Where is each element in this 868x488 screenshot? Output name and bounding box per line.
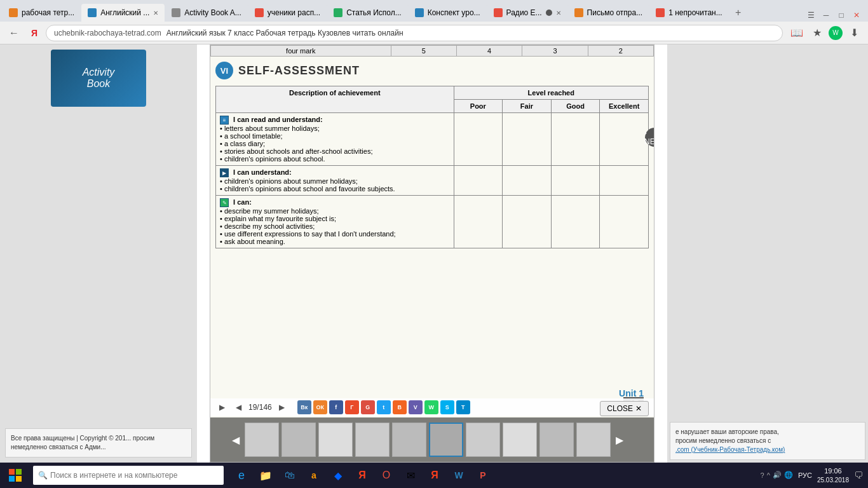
store-icon[interactable]: 🛍 (280, 465, 300, 485)
new-tab-button[interactable]: + (729, 4, 747, 22)
word-icon[interactable]: W (449, 465, 469, 485)
thumb-5[interactable] (392, 423, 426, 457)
score-4: 4 (456, 46, 522, 57)
tray-icon-2: ^ (767, 471, 770, 479)
tab-label-3: Activity Book A... (184, 8, 241, 17)
header-fair: Fair (503, 100, 552, 113)
row-item-2-0: • children's opinions about summer holid… (220, 177, 358, 185)
thumb-1[interactable] (245, 423, 279, 457)
dropbox-icon[interactable]: ◆ (328, 465, 348, 485)
wechat-icon[interactable]: W (829, 26, 843, 40)
tab-favicon-2 (88, 8, 97, 17)
explorer-icon[interactable]: 📁 (255, 465, 276, 485)
right-footer: е нарушает ваши авторские права,просим н… (670, 422, 865, 460)
level-fair-3 (503, 196, 552, 248)
tray-icon-1: ? (761, 471, 764, 479)
tab-favicon-4 (255, 8, 264, 17)
sk-icon[interactable]: S (440, 400, 454, 414)
tab-5[interactable]: Статья Испол... (327, 4, 408, 22)
thumb-6[interactable] (429, 423, 463, 457)
address-bar-actions: 📖 ★ W ⬇ (788, 24, 863, 42)
level-good-2 (551, 166, 600, 196)
taskbar-search[interactable]: 🔍 (33, 466, 224, 485)
minimize-button[interactable]: ─ (820, 9, 832, 22)
tab-6[interactable]: Конспект уро... (409, 4, 487, 22)
opera-icon[interactable]: O (376, 465, 397, 485)
score-5: 5 (391, 46, 456, 57)
reader-icon[interactable]: 📖 (788, 24, 806, 42)
tab-close-7[interactable]: ✕ (556, 10, 561, 17)
tab-3[interactable]: Activity Book A... (165, 4, 247, 22)
level-good-3 (551, 196, 600, 248)
windows-logo (9, 469, 22, 482)
url-field[interactable]: uchebnik-rabochaya-tetrad.com Английский… (46, 25, 783, 41)
tg-icon[interactable]: T (456, 400, 470, 414)
close-window-button[interactable]: ✕ (850, 9, 863, 22)
table-row: ≡ I can read and understand: • letters a… (216, 113, 649, 166)
row-item-3-4: • ask about meaning. (220, 238, 285, 245)
next-page-button[interactable]: › NEXT (645, 128, 654, 147)
tab-7[interactable]: Радио Е... ✕ (487, 4, 567, 22)
thumb-7[interactable] (466, 423, 500, 457)
thumb-9[interactable] (539, 423, 574, 457)
tab-4[interactable]: ученики расп... (248, 4, 327, 22)
gg-icon[interactable]: Г (345, 400, 359, 414)
page-next-button[interactable]: ▶ (276, 401, 288, 414)
tab-1[interactable]: рабочая тетр... (3, 4, 81, 22)
social-icons: Вк ОК f Г G t B V W S T (297, 400, 470, 414)
svg-rect-2 (9, 476, 15, 482)
thumb-8[interactable] (503, 423, 537, 457)
notification-icon[interactable]: 🗨 (854, 470, 863, 480)
thumb-next-button[interactable]: ▶ (613, 433, 626, 446)
maximize-button[interactable]: □ (835, 9, 848, 22)
bl-icon[interactable]: B (393, 400, 407, 414)
edge-icon[interactable]: e (231, 465, 252, 485)
vk-icon[interactable]: Вк (297, 400, 311, 414)
tab-2-active[interactable]: Английский ... ✕ (81, 4, 165, 22)
thumbnail-strip: ◀ ▶ (210, 417, 654, 462)
yandex-icon[interactable]: Я (352, 465, 372, 485)
tab-close-2[interactable]: ✕ (153, 10, 158, 17)
page-info-bar: ▶ ◀ 19/146 ▶ Вк ОК f Г G t B V (210, 398, 654, 416)
bookmark-icon[interactable]: ★ (808, 24, 826, 42)
thumb-2[interactable] (281, 423, 316, 457)
clock-time: 19:06 (817, 466, 849, 475)
thumb-10[interactable] (576, 423, 611, 457)
thumb-prev-button[interactable]: ◀ (229, 433, 242, 446)
row-item-3-2: • describe my school activities; (220, 222, 315, 230)
play-button[interactable]: ▶ (215, 401, 228, 414)
gplus-icon[interactable]: G (361, 400, 375, 414)
wa-icon[interactable]: W (424, 400, 438, 414)
page-prev-button[interactable]: ◀ (232, 401, 245, 414)
score-label: four mark (211, 46, 391, 57)
achievement-cell-1: ≡ I can read and understand: • letters a… (216, 113, 454, 166)
close-button[interactable]: CLOSE ✕ (600, 401, 649, 416)
row-item-1-3: • stories about schools and after-school… (220, 147, 372, 155)
thumb-3[interactable] (318, 423, 353, 457)
yandex2-icon[interactable]: Я (424, 465, 445, 485)
volume-icon[interactable]: 🔊 (773, 471, 782, 479)
close-icon: ✕ (635, 404, 642, 413)
start-button[interactable] (0, 463, 31, 488)
search-input[interactable] (50, 471, 219, 480)
tab-favicon-3 (172, 8, 180, 17)
tab-label-4: ученики расп... (268, 8, 320, 17)
tw-icon[interactable]: t (377, 400, 391, 414)
amazon-icon[interactable]: a (304, 465, 324, 485)
network-icon[interactable]: 🌐 (784, 471, 793, 479)
browser-window: рабочая тетр... Английский ... ✕ Activit… (0, 0, 868, 463)
fb-icon[interactable]: f (329, 400, 343, 414)
yandex-logo[interactable]: Я (25, 24, 43, 42)
tab-favicon-5 (334, 8, 342, 17)
vb-icon[interactable]: V (409, 400, 423, 414)
tab-menu-button[interactable]: ☰ (804, 9, 817, 22)
tab-favicon-7 (494, 8, 503, 17)
ppt-icon[interactable]: P (473, 465, 493, 485)
ok-icon[interactable]: ОК (313, 400, 327, 414)
back-button[interactable]: ← (5, 24, 23, 42)
tab-9[interactable]: 1 непрочитан... (649, 4, 729, 22)
tab-8[interactable]: Письмо отпра... (568, 4, 649, 22)
mail-icon[interactable]: ✉ (400, 465, 421, 485)
thumb-4[interactable] (355, 423, 390, 457)
download-icon[interactable]: ⬇ (845, 24, 863, 42)
